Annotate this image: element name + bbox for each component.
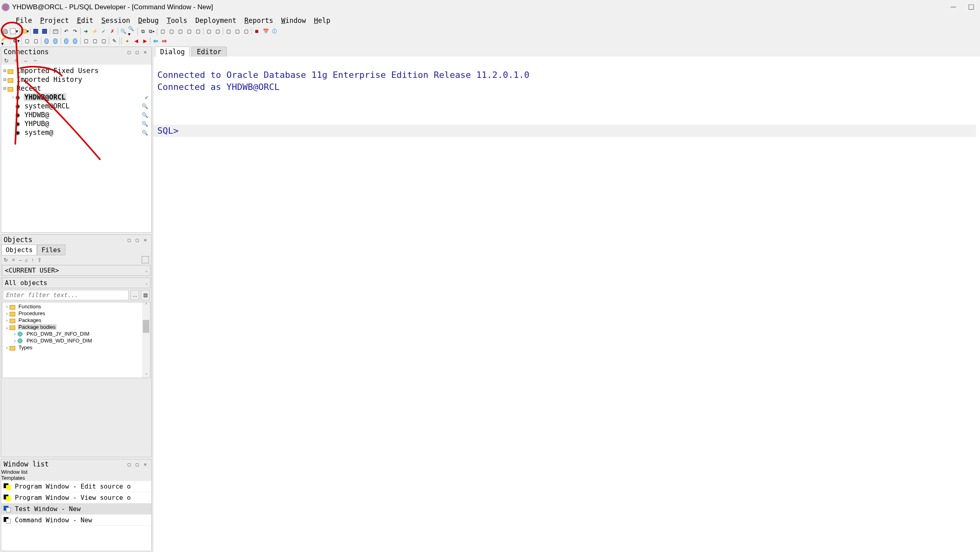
tb-e[interactable]: ▢ <box>193 27 202 35</box>
tb2-c[interactable]: ▢ <box>81 37 90 45</box>
minimize-button[interactable]: ─ <box>951 3 956 12</box>
tree-node-functions[interactable]: › Functions <box>4 303 148 310</box>
panel-minimize-button[interactable]: ▢ <box>126 49 133 55</box>
find-obj-button[interactable]: 🔑▾ <box>1 37 10 45</box>
expand-icon[interactable]: › <box>10 94 16 100</box>
expand-icon[interactable]: › <box>4 311 10 316</box>
beautify-button[interactable]: ✎ <box>110 37 119 45</box>
tab-files[interactable]: Files <box>37 244 65 255</box>
commit-button[interactable]: ✓ <box>99 27 108 35</box>
tb-a[interactable]: ▢ <box>158 27 167 35</box>
db-btn1[interactable] <box>42 37 51 45</box>
bookmark-next-button[interactable]: ▶ <box>140 37 149 45</box>
gear-button[interactable]: ⚙▾ <box>12 37 20 45</box>
tb2-b[interactable]: ▢ <box>31 37 40 45</box>
collapse-icon[interactable]: ⊟ <box>2 86 8 91</box>
tb-g[interactable]: ▢ <box>213 27 222 35</box>
logon-icon[interactable] <box>1 27 10 35</box>
scroll-up[interactable]: ⌃ <box>142 302 150 310</box>
panel-maximize-button[interactable]: ▢ <box>134 49 141 55</box>
magnify-icon[interactable]: 🔍 <box>142 130 148 136</box>
rollback-button[interactable]: ✗ <box>108 27 117 35</box>
menu-reports[interactable]: Reports <box>241 16 277 25</box>
filter-more-button[interactable]: … <box>130 290 139 300</box>
tb2-d[interactable]: ▢ <box>90 37 99 45</box>
calendar-button[interactable]: 📅 <box>261 27 270 35</box>
tb-i[interactable]: ▢ <box>233 27 242 35</box>
print-button[interactable] <box>51 27 60 35</box>
expand-icon[interactable]: › <box>12 331 18 337</box>
collapse-icon[interactable]: ⌄ <box>4 324 10 330</box>
expand-icon[interactable]: ⊟ <box>2 77 8 82</box>
expand-icon[interactable] <box>10 103 16 109</box>
tree-node-pkg2[interactable]: › PKG_DWB_WD_INFO_DIM <box>4 337 148 344</box>
remove-button[interactable]: – <box>22 57 29 64</box>
magnify-icon[interactable]: 🔍 <box>142 121 148 127</box>
sql-prompt[interactable]: SQL> <box>153 125 976 137</box>
tree-node-imported-history[interactable]: ⊟ Imported History <box>2 75 150 84</box>
minus-button[interactable]: – <box>19 257 22 263</box>
tab-editor[interactable]: Editor <box>191 47 226 57</box>
tree-node-package-bodies[interactable]: ⌄ Package bodies <box>4 324 148 330</box>
filter-apply-button[interactable]: ▤ <box>141 290 150 300</box>
panel-close-button[interactable]: ✕ <box>142 49 149 55</box>
tab-objects[interactable]: Objects <box>1 244 37 255</box>
nav-fwd-button[interactable]: ⇨ <box>160 37 169 45</box>
find-button[interactable]: 🔍 <box>119 27 128 35</box>
tree-node-conn-3[interactable]: ◉ YHPUB@ 🔍 <box>2 119 150 128</box>
tree-node-imported-fixed[interactable]: ⊟ Imported Fixed Users <box>2 66 150 75</box>
menu-help[interactable]: Help <box>310 16 334 25</box>
panel-minimize-button[interactable]: ▢ <box>126 236 133 243</box>
magnify-icon[interactable]: 🔍 <box>142 103 148 109</box>
bookmark-prev-button[interactable]: ◀ <box>132 37 140 45</box>
tb2-a[interactable]: ▢ <box>22 37 31 45</box>
tb-j[interactable]: ▢ <box>242 27 250 35</box>
expand-icon[interactable] <box>10 112 16 118</box>
menu-deployment[interactable]: Deployment <box>192 16 240 25</box>
stop-button[interactable]: ⏹ <box>252 27 261 35</box>
current-user-dropdown[interactable]: <CURRENT USER> ⌄ <box>2 265 150 276</box>
expand-icon[interactable]: › <box>12 338 18 344</box>
find-button[interactable]: ⌕ <box>25 257 28 263</box>
tab-dialog[interactable]: Dialog <box>155 47 190 57</box>
tb-h[interactable]: ▢ <box>224 27 233 35</box>
add-button[interactable]: ✧ <box>12 57 20 64</box>
redo-button[interactable]: ↷ <box>71 27 79 35</box>
wl-item-prog-view[interactable]: Program Window - View source o <box>1 492 151 503</box>
explain-plan2-button[interactable]: ⧉▾ <box>147 27 156 35</box>
break-button[interactable]: ⚡ <box>90 27 99 35</box>
tb-b[interactable]: ▢ <box>167 27 176 35</box>
toggle-button[interactable] <box>142 256 149 263</box>
tab-templates[interactable]: Templates <box>1 475 151 481</box>
scroll-down[interactable]: ⌄ <box>142 371 150 378</box>
find-next-button[interactable]: 🔍▾ <box>128 27 136 35</box>
expand-icon[interactable] <box>10 130 16 135</box>
menu-tools[interactable]: Tools <box>163 16 191 25</box>
db-btn2[interactable] <box>51 37 60 45</box>
tree-node-conn-0[interactable]: › ◉ YHDWB@ORCL ✔ <box>2 93 150 102</box>
menu-file[interactable]: File <box>12 16 36 25</box>
up-button[interactable]: ↑ <box>31 257 34 263</box>
rename-button[interactable]: ~ <box>32 57 39 64</box>
tb2-e[interactable]: ▢ <box>99 37 108 45</box>
menu-edit[interactable]: Edit <box>73 16 97 25</box>
expand-icon[interactable]: › <box>4 345 10 350</box>
bookmark-button[interactable]: ● <box>123 37 132 45</box>
tree-node-conn-1[interactable]: ◉ system@ORCL 🔍 <box>2 102 150 110</box>
new-button[interactable]: ▾ <box>10 27 18 35</box>
tb-d[interactable]: ▢ <box>185 27 193 35</box>
expand-icon[interactable]: ⊟ <box>2 68 8 73</box>
nav-back-button[interactable]: ⇦ <box>151 37 160 45</box>
all-objects-dropdown[interactable]: All objects ⌄ <box>2 277 150 288</box>
add-button[interactable]: ✧ <box>11 257 16 263</box>
wl-item-cmd[interactable]: Command Window - New <box>1 515 151 526</box>
filter-input[interactable] <box>3 290 129 300</box>
command-window-editor[interactable]: Connected to Oracle Database 11g Enterpr… <box>153 57 980 552</box>
tb-c[interactable]: ▢ <box>176 27 185 35</box>
scrollbar[interactable]: ⌃ ⌄ <box>142 302 150 378</box>
scroll-thumb[interactable] <box>143 320 149 333</box>
panel-close-button[interactable]: ✕ <box>142 236 149 243</box>
wl-item-prog-edit[interactable]: Program Window - Edit source o <box>1 481 151 492</box>
db-btn4[interactable] <box>71 37 79 45</box>
refresh-button[interactable]: ↻ <box>3 57 10 64</box>
